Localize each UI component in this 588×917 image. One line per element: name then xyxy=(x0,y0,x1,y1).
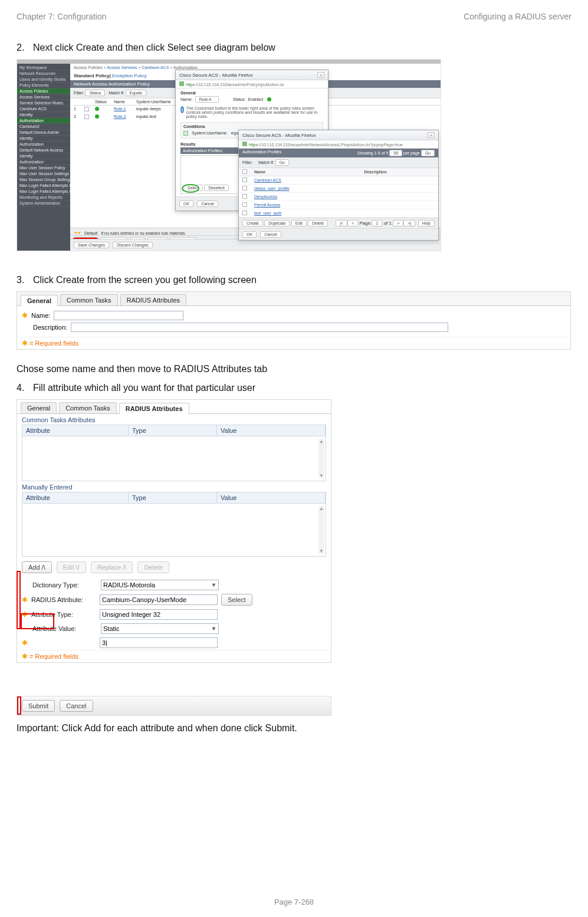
paragraph-choose-name: Chose some name and then move to RADIUS … xyxy=(17,364,571,374)
step-4: 4.Fill attribute which all you want for … xyxy=(17,383,571,393)
dictionary-type-select[interactable]: RADIUS-Motorola▼ xyxy=(101,580,219,590)
select-button-highlight xyxy=(182,184,199,193)
submit-button-highlight xyxy=(17,696,21,715)
close-icon[interactable]: × xyxy=(317,72,324,78)
ok-button[interactable]: OK xyxy=(242,231,257,238)
attribute-value-input[interactable]: 3| xyxy=(100,637,218,648)
attribute-value-mode-select[interactable]: Static▼ xyxy=(101,623,219,634)
discard-changes-button[interactable]: Discard Changes xyxy=(113,242,153,248)
tab-common-tasks[interactable]: Common Tasks xyxy=(59,402,117,413)
deselect-button[interactable]: Deselect xyxy=(204,185,228,191)
step-2: 2.Next click Create and then click Selec… xyxy=(17,42,571,53)
replace-button[interactable]: Replace /\ xyxy=(91,561,133,573)
screenshot-acs-policy: My Workspace Network Resources Users and… xyxy=(17,59,441,251)
description-field[interactable] xyxy=(71,323,448,332)
create-button[interactable]: Create xyxy=(242,220,263,226)
sidebar: My Workspace Network Resources Users and… xyxy=(17,64,70,251)
tab-general[interactable]: General xyxy=(21,402,57,413)
chapter-title: Chapter 7: Configuration xyxy=(17,12,107,21)
close-icon[interactable]: × xyxy=(428,132,435,138)
lock-icon xyxy=(179,81,184,86)
select-button[interactable]: Select xyxy=(221,594,252,606)
cancel-button[interactable]: Cancel xyxy=(60,700,93,712)
info-icon: i xyxy=(180,106,184,113)
radius-attribute-field[interactable]: Cambium-Canopy-UserMode xyxy=(100,594,218,605)
page-number: Page 7-268 xyxy=(0,898,588,906)
screenshot-general-tab: General Common Tasks RADIUS Attributes ✱… xyxy=(17,291,571,350)
lock-icon xyxy=(242,142,247,146)
add-button[interactable]: Add /\ xyxy=(22,561,52,573)
section-title: Configuring a RADIUS server xyxy=(464,12,571,21)
cancel-button[interactable]: Cancel xyxy=(260,231,281,238)
add-button-highlight xyxy=(17,571,21,629)
tab-radius-attributes[interactable]: RADIUS Attributes xyxy=(120,294,186,305)
edit-button[interactable]: Edit \/ xyxy=(57,561,86,573)
screenshot-radius-attributes: General Common Tasks RADIUS Attributes C… xyxy=(17,399,331,663)
cancel-button[interactable]: Cancel xyxy=(197,201,218,207)
name-field[interactable] xyxy=(54,311,183,320)
attribute-type-field[interactable]: Unsigned Integer 32 xyxy=(100,609,218,620)
tab-common-tasks[interactable]: Common Tasks xyxy=(60,294,118,305)
required-icon: ✱ xyxy=(22,311,28,320)
auth-profiles-modal: Cisco Secure ACS - Mozilla Firefox× http… xyxy=(238,130,439,241)
tab-general[interactable]: General xyxy=(21,295,58,306)
save-changes-button[interactable]: Save Changes xyxy=(74,242,109,248)
step-3: 3.Click Create from the screen you get f… xyxy=(17,275,571,285)
delete-button[interactable]: Delete xyxy=(137,561,169,573)
add-button-highlight-ring xyxy=(21,613,54,629)
submit-button[interactable]: Submit xyxy=(22,700,55,712)
important-note: Important: Click Add for each attribute … xyxy=(17,723,571,734)
ok-button[interactable]: OK xyxy=(179,201,193,207)
tab-radius-attributes[interactable]: RADIUS Attributes xyxy=(119,403,189,414)
